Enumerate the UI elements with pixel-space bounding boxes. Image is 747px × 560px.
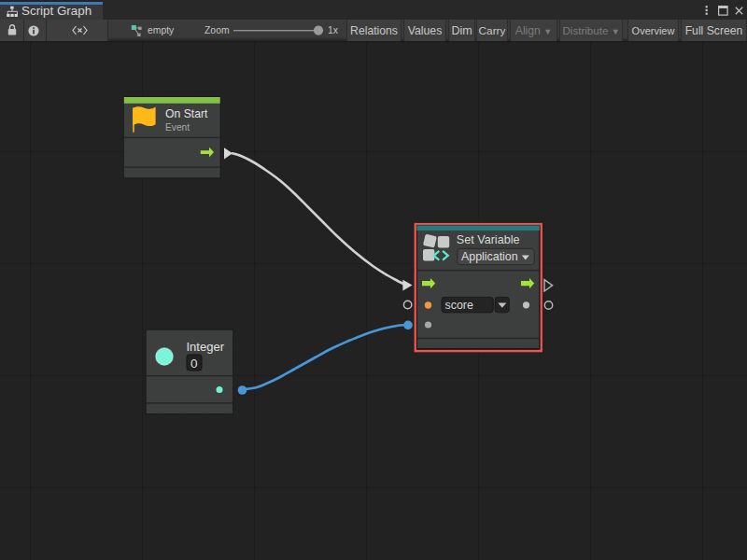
svg-text:Application: Application bbox=[461, 250, 518, 263]
svg-text:On Start: On Start bbox=[165, 107, 208, 120]
svg-text:Event: Event bbox=[165, 122, 190, 133]
svg-text:score: score bbox=[445, 299, 473, 312]
svg-text:Integer: Integer bbox=[187, 340, 225, 354]
svg-text:0: 0 bbox=[190, 357, 198, 371]
svg-text:Set Variable: Set Variable bbox=[457, 233, 520, 246]
